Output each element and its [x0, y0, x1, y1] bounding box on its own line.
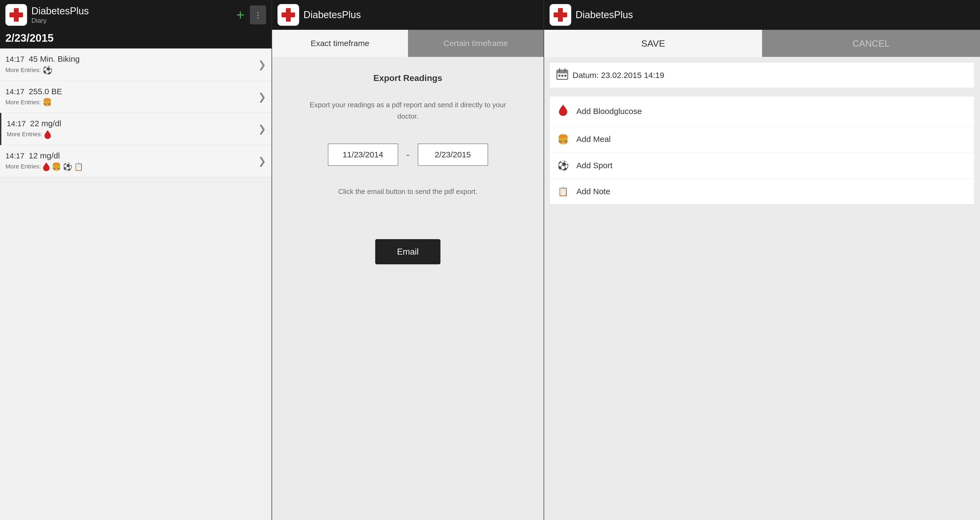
add-bloodglucose-option[interactable]: Add Bloodglucose	[550, 96, 974, 126]
app-title-block: DiabetesPlus	[576, 9, 633, 21]
start-date-input[interactable]: 11/23/2014	[328, 144, 398, 166]
logo-cross-icon	[554, 8, 567, 22]
svg-rect-6	[565, 75, 566, 77]
note-icon: 📋	[556, 186, 570, 197]
panel3-header: DiabetesPlus	[544, 0, 980, 30]
tab-certain-timeframe[interactable]: Certain timeframe	[408, 30, 544, 57]
app-title-block: DiabetesPlus	[304, 9, 361, 21]
meal-icon: 🍔	[52, 162, 61, 171]
chevron-right-icon: ❯	[258, 59, 266, 70]
datum-label: Datum: 23.02.2015 14:19	[573, 71, 664, 80]
more-entries-label: More Entries:	[7, 131, 42, 138]
add-button[interactable]: +	[236, 8, 245, 22]
entry-value: 22 mg/dl	[30, 119, 61, 128]
diary-item-content: 14:17 45 Min. Biking More Entries: ⚽	[5, 54, 258, 75]
app-title-block: DiabetesPlus Diary	[32, 5, 89, 24]
blood-drop-icon	[43, 162, 50, 171]
diary-item[interactable]: 14:17 45 Min. Biking More Entries: ⚽ ❯	[0, 48, 272, 81]
diary-item[interactable]: 14:17 22 mg/dl More Entries: ❯	[0, 113, 272, 145]
action-bar: SAVE CANCEL	[544, 30, 980, 57]
diary-time-value: 14:17 45 Min. Biking	[5, 54, 258, 64]
more-entries-label: More Entries:	[5, 67, 41, 74]
date-bar: 2/23/2015	[0, 30, 272, 48]
diary-time-value: 14:17 22 mg/dl	[7, 119, 258, 128]
chevron-right-icon: ❯	[258, 91, 266, 103]
diary-item[interactable]: 14:17 12 mg/dl More Entries: 🍔 ⚽ 📋 ❯	[0, 145, 272, 177]
date-range-row: 11/23/2014 - 2/23/2015	[328, 144, 488, 166]
email-button[interactable]: Email	[375, 239, 440, 264]
export-body: Export Readings Export your readings as …	[272, 57, 544, 520]
app-logo	[277, 4, 299, 26]
add-entry-content: Datum: 23.02.2015 14:19 Add Bloodglucose…	[544, 57, 980, 520]
add-sport-option[interactable]: ⚽ Add Sport	[550, 153, 974, 179]
panel2-header: DiabetesPlus	[272, 0, 544, 30]
calendar-icon	[556, 68, 568, 82]
diary-item[interactable]: 14:17 255.0 BE More Entries: 🍔 ❯	[0, 81, 272, 113]
diary-item-content: 14:17 12 mg/dl More Entries: 🍔 ⚽ 📋	[5, 151, 258, 171]
entry-value: 12 mg/dl	[29, 151, 60, 160]
note-icon: 📋	[74, 162, 83, 171]
add-note-option[interactable]: 📋 Add Note	[550, 179, 974, 204]
add-sport-label: Add Sport	[576, 161, 612, 170]
add-meal-label: Add Meal	[576, 135, 611, 144]
header-actions: + ⋮	[236, 5, 266, 24]
tab-bar: Exact timeframe Certain timeframe	[272, 30, 544, 57]
chevron-right-icon: ❯	[258, 155, 266, 167]
sport-icon: ⚽	[556, 160, 570, 171]
entry-time: 14:17	[5, 55, 24, 64]
entry-value: 45 Min. Biking	[29, 54, 80, 64]
svg-rect-5	[562, 75, 563, 77]
add-entry-panel: DiabetesPlus SAVE CANCEL Datum: 23.02.20…	[544, 0, 980, 520]
logo-cross-icon	[10, 8, 23, 22]
add-bloodglucose-label: Add Bloodglucose	[576, 107, 642, 116]
app-logo	[550, 4, 571, 26]
add-note-label: Add Note	[576, 187, 610, 196]
meal-icon: 🍔	[556, 134, 570, 145]
datum-bar: Datum: 23.02.2015 14:19	[550, 62, 975, 88]
app-logo	[5, 4, 27, 26]
tab-exact-timeframe[interactable]: Exact timeframe	[272, 30, 408, 57]
diary-icons-row: More Entries: 🍔	[5, 98, 258, 107]
app-name: DiabetesPlus	[32, 5, 89, 17]
current-date: 2/23/2015	[5, 32, 54, 44]
export-title: Export Readings	[373, 73, 442, 83]
export-panel: DiabetesPlus Exact timeframe Certain tim…	[272, 0, 544, 520]
panel1-header: DiabetesPlus Diary + ⋮	[0, 0, 272, 30]
more-entries-label: More Entries:	[5, 99, 41, 106]
app-name: DiabetesPlus	[304, 9, 361, 21]
entry-value: 255.0 BE	[29, 87, 62, 96]
export-description: Export your readings as a pdf report and…	[300, 99, 516, 122]
more-entries-label: More Entries:	[5, 163, 41, 170]
svg-rect-4	[558, 75, 560, 77]
add-options-list: Add Bloodglucose 🍔 Add Meal ⚽ Add Sport …	[550, 96, 975, 204]
save-button[interactable]: SAVE	[544, 30, 762, 57]
blood-drop-icon	[44, 130, 51, 139]
svg-rect-1	[557, 70, 568, 73]
app-subtitle: Diary	[32, 17, 89, 24]
entry-time: 14:17	[5, 88, 24, 96]
end-date-input[interactable]: 2/23/2015	[418, 144, 488, 166]
meal-icon: 🍔	[43, 98, 52, 107]
diary-time-value: 14:17 255.0 BE	[5, 87, 258, 96]
diary-list: 14:17 45 Min. Biking More Entries: ⚽ ❯ 1…	[0, 48, 272, 520]
sport-icon: ⚽	[63, 162, 72, 171]
diary-time-value: 14:17 12 mg/dl	[5, 151, 258, 160]
blood-drop-icon	[556, 104, 570, 118]
entry-time: 14:17	[7, 120, 26, 128]
date-dash: -	[406, 149, 410, 160]
entry-time: 14:17	[5, 152, 24, 160]
menu-button[interactable]: ⋮	[250, 5, 266, 24]
calendar-svg-icon	[556, 68, 568, 80]
diary-item-content: 14:17 255.0 BE More Entries: 🍔	[5, 87, 258, 107]
diary-icons-row: More Entries: 🍔 ⚽ 📋	[5, 162, 258, 171]
diary-panel: DiabetesPlus Diary + ⋮ 2/23/2015 14:17 4…	[0, 0, 272, 520]
logo-cross-icon	[282, 8, 295, 22]
app-name: DiabetesPlus	[576, 9, 633, 21]
add-meal-option[interactable]: 🍔 Add Meal	[550, 126, 974, 153]
chevron-right-icon: ❯	[258, 123, 266, 135]
sport-icon: ⚽	[43, 65, 52, 75]
diary-item-content: 14:17 22 mg/dl More Entries:	[7, 119, 258, 139]
diary-icons-row: More Entries: ⚽	[5, 65, 258, 75]
diary-icons-row: More Entries:	[7, 130, 258, 139]
cancel-button[interactable]: CANCEL	[762, 30, 980, 57]
